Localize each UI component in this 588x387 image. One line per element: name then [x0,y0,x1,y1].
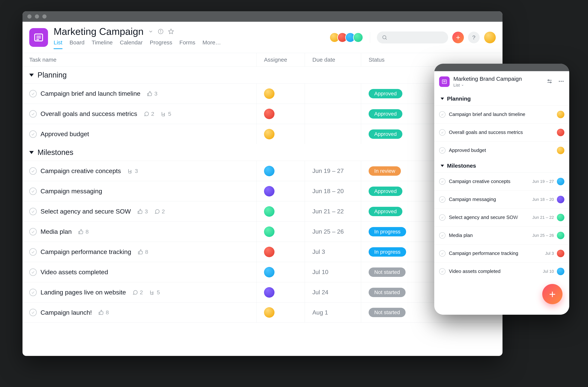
status-badge[interactable]: Approved [369,187,402,196]
mobile-task-row[interactable]: Media planJun 25 – 26 [434,226,569,244]
more-icon[interactable] [558,78,564,85]
complete-checkbox[interactable] [29,90,37,97]
due-date[interactable]: Jul 3 [305,242,361,262]
task-row[interactable]: Campaign creative concepts3Jun 19 – 27In… [22,161,503,181]
comment-count[interactable]: 2 [144,111,154,117]
assignee-avatar[interactable] [264,227,274,237]
status-badge[interactable]: Not started [369,308,406,317]
tab-calendar[interactable]: Calendar [120,39,143,49]
assignee-avatar[interactable] [557,196,564,203]
assignee-avatar[interactable] [264,109,274,119]
assignee-avatar[interactable] [264,287,274,298]
section-header[interactable]: Milestones [22,144,503,161]
mobile-section-header[interactable]: Milestones [434,159,569,172]
mobile-view-selector[interactable]: List [453,83,522,88]
mobile-task-row[interactable]: Campaign brief and launch timeline [434,105,569,123]
status-badge[interactable]: In review [369,166,401,176]
task-row[interactable]: Select agency and secure SOW32Jun 21 – 2… [22,201,503,221]
help-button[interactable]: ? [468,32,480,43]
task-row[interactable]: Landing pages live on website25Jul 24Not… [22,282,503,302]
due-date[interactable]: Jul 24 [305,282,361,302]
assignee-avatar[interactable] [557,147,564,154]
complete-checkbox[interactable] [439,178,445,185]
window-minimize-icon[interactable] [35,14,39,19]
comment-count[interactable]: 2 [132,289,143,296]
like-count[interactable]: 3 [147,91,158,97]
mobile-add-button[interactable]: + [542,284,563,304]
due-date[interactable]: Jun 18 – 20 [305,181,361,201]
status-badge[interactable]: In progress [369,227,406,236]
comment-count[interactable]: 2 [154,208,165,215]
complete-checkbox[interactable] [439,147,445,154]
like-count[interactable]: 8 [78,229,89,235]
info-icon[interactable] [158,29,164,34]
status-badge[interactable]: Approved [369,129,402,139]
status-badge[interactable]: Not started [369,268,406,277]
assignee-avatar[interactable] [557,178,564,185]
status-badge[interactable]: Not started [369,288,406,297]
mobile-task-row[interactable]: Video assets completedJul 10 [434,262,569,280]
chevron-down-icon[interactable] [148,29,153,34]
task-row[interactable]: Campaign messagingJun 18 – 20Approved [22,181,503,201]
task-row[interactable]: Approved budgetApproved [22,124,503,144]
complete-checkbox[interactable] [439,232,445,239]
due-date[interactable]: Aug 1 [305,303,361,322]
complete-checkbox[interactable] [29,269,37,276]
assignee-avatar[interactable] [264,247,274,257]
tab-list[interactable]: List [54,39,63,49]
complete-checkbox[interactable] [29,130,37,138]
tab-progress[interactable]: Progress [150,39,172,49]
column-task[interactable]: Task name [22,53,256,66]
complete-checkbox[interactable] [29,167,37,175]
complete-checkbox[interactable] [29,248,37,256]
assignee-avatar[interactable] [264,267,274,277]
tab-timeline[interactable]: Timeline [92,39,113,49]
subtask-count[interactable]: 5 [161,111,171,117]
task-row[interactable]: Media plan8Jun 25 – 26In progress [22,221,503,242]
assignee-avatar[interactable] [264,186,274,196]
mobile-task-row[interactable]: Campaign performance trackingJul 3 [434,244,569,262]
complete-checkbox[interactable] [29,188,37,195]
status-badge[interactable]: Approved [369,109,402,118]
task-row[interactable]: Campaign brief and launch timeline3Appro… [22,83,503,104]
mobile-section-header[interactable]: Planning [434,92,569,105]
column-assignee[interactable]: Assignee [256,53,305,66]
mobile-task-row[interactable]: Overall goals and success metrics [434,123,569,141]
task-row[interactable]: Overall goals and success metrics25Appro… [22,104,503,124]
member-avatars[interactable] [332,32,363,42]
task-row[interactable]: Video assets completedJul 10Not started [22,262,503,282]
avatar[interactable] [353,32,363,42]
section-header[interactable]: Planning [22,67,503,83]
add-button[interactable]: + [452,32,464,43]
task-row[interactable]: Campaign launch!8Aug 1Not started [22,302,503,323]
due-date[interactable]: Jun 25 – 26 [305,222,361,242]
like-count[interactable]: 8 [138,249,148,255]
tab-board[interactable]: Board [70,39,84,49]
complete-checkbox[interactable] [29,309,37,316]
current-user-avatar[interactable] [484,32,496,43]
assignee-avatar[interactable] [557,129,564,136]
assignee-avatar[interactable] [264,129,274,139]
subtask-count[interactable]: 5 [149,289,160,296]
mobile-task-row[interactable]: Campaign messagingJun 18 – 20 [434,190,569,208]
window-close-icon[interactable] [27,14,32,19]
mobile-task-row[interactable]: Select agency and secure SOWJun 21 – 22 [434,208,569,226]
tab-forms[interactable]: Forms [179,39,195,49]
status-badge[interactable]: Approved [369,89,402,98]
search-input[interactable] [377,32,448,43]
assignee-avatar[interactable] [264,88,274,99]
mobile-task-row[interactable]: Approved budget [434,141,569,159]
assignee-avatar[interactable] [557,250,564,257]
column-due[interactable]: Due date [305,53,361,66]
status-badge[interactable]: In progress [369,247,406,257]
due-date[interactable]: Jun 21 – 22 [305,201,361,221]
star-icon[interactable] [168,28,174,35]
complete-checkbox[interactable] [29,110,37,118]
like-count[interactable]: 3 [137,208,148,215]
complete-checkbox[interactable] [439,111,445,118]
complete-checkbox[interactable] [29,289,37,296]
subtask-count[interactable]: 3 [127,168,138,174]
due-date[interactable] [305,124,361,144]
due-date[interactable]: Jul 10 [305,262,361,282]
complete-checkbox[interactable] [439,268,445,275]
